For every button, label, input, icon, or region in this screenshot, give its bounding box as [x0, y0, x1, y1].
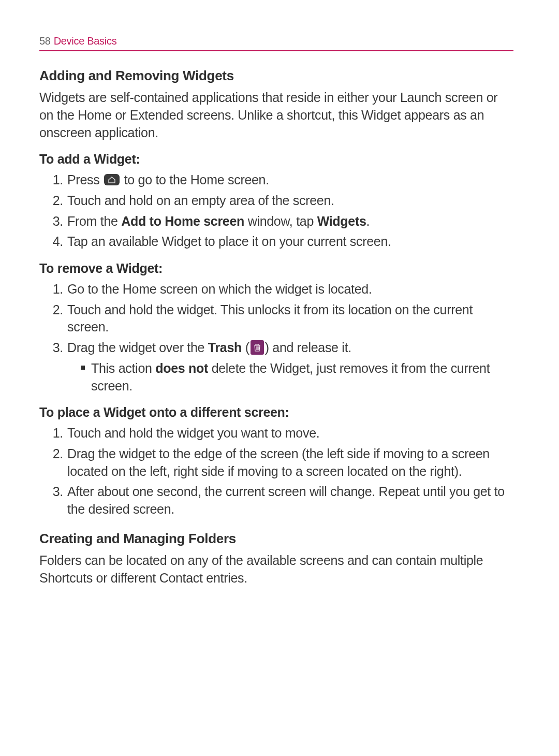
step-number: 1.: [52, 171, 63, 189]
text: .: [366, 214, 370, 228]
list-item: 2. Touch and hold the widget. This unloc…: [52, 301, 513, 337]
text: window, tap: [244, 214, 317, 228]
list-item: 2. Drag the widget to the edge of the sc…: [52, 445, 513, 481]
step-number: 2.: [52, 192, 63, 210]
heading-remove-widget: To remove a Widget:: [39, 260, 513, 278]
step-number: 3.: [52, 339, 63, 357]
intro-paragraph: Widgets are self-contained applications …: [39, 89, 513, 141]
bold-text: Widgets: [317, 214, 366, 228]
list-item: 3. Drag the widget over the Trash () and…: [52, 339, 513, 357]
step-text: Touch and hold the widget. This unlocks …: [67, 301, 513, 337]
step-number: 1.: [52, 281, 63, 298]
heading-place-widget: To place a Widget onto a different scree…: [39, 404, 513, 421]
heading-add-widget: To add a Widget:: [39, 151, 513, 168]
text: From the: [67, 214, 121, 228]
section-title: Device Basics: [54, 34, 117, 48]
sub-bullet: This action does not delete the Widget, …: [52, 360, 513, 395]
list-item: 1. Touch and hold the widget you want to…: [52, 425, 513, 442]
text: (: [242, 340, 249, 355]
heading-folders: Creating and Managing Folders: [39, 530, 513, 548]
bullet-text: This action does not delete the Widget, …: [91, 360, 513, 395]
header-rule: [39, 50, 513, 51]
text: This action: [91, 361, 155, 375]
bold-text: Trash: [208, 340, 242, 355]
list-item: 2. Touch and hold on an empty area of th…: [52, 192, 513, 210]
list-item: 4. Tap an available Widget to place it o…: [52, 233, 513, 251]
page-number: 58: [39, 34, 51, 48]
step-text: Go to the Home screen on which the widge…: [67, 281, 513, 298]
text: Drag the widget over the: [67, 340, 208, 355]
bold-text: does not: [155, 361, 208, 375]
home-icon: [104, 174, 120, 185]
step-number: 2.: [52, 301, 63, 337]
step-number: 4.: [52, 233, 63, 251]
step-text: Press to go to the Home screen.: [67, 171, 513, 189]
step-text: Drag the widget over the Trash () and re…: [67, 339, 513, 357]
add-widget-steps: 1. Press to go to the Home screen. 2. To…: [39, 171, 513, 251]
list-item: 3. From the Add to Home screen window, t…: [52, 213, 513, 230]
place-widget-steps: 1. Touch and hold the widget you want to…: [39, 425, 513, 518]
text: to go to the Home screen.: [121, 172, 269, 187]
step-number: 3.: [52, 483, 63, 518]
text: Press: [67, 172, 103, 187]
folders-paragraph: Folders can be located on any of the ava…: [39, 552, 513, 587]
heading-widgets: Adding and Removing Widgets: [39, 67, 513, 85]
page-header: 58 Device Basics: [39, 34, 513, 48]
list-item: 3. After about one second, the current s…: [52, 483, 513, 518]
step-text: Touch and hold on an empty area of the s…: [67, 192, 513, 210]
list-item: 1. Press to go to the Home screen.: [52, 171, 513, 189]
bullet-icon: [81, 366, 85, 370]
step-number: 1.: [52, 425, 63, 442]
step-number: 3.: [52, 213, 63, 230]
step-text: From the Add to Home screen window, tap …: [67, 213, 513, 230]
step-text: Tap an available Widget to place it on y…: [67, 233, 513, 251]
bold-text: Add to Home screen: [121, 214, 244, 228]
step-text: Touch and hold the widget you want to mo…: [67, 425, 513, 442]
list-item: 1. Go to the Home screen on which the wi…: [52, 281, 513, 298]
trash-icon: [251, 340, 264, 355]
step-text: After about one second, the current scre…: [67, 483, 513, 518]
remove-widget-steps: 1. Go to the Home screen on which the wi…: [39, 281, 513, 395]
text: ) and release it.: [265, 340, 351, 355]
step-number: 2.: [52, 445, 63, 481]
step-text: Drag the widget to the edge of the scree…: [67, 445, 513, 481]
